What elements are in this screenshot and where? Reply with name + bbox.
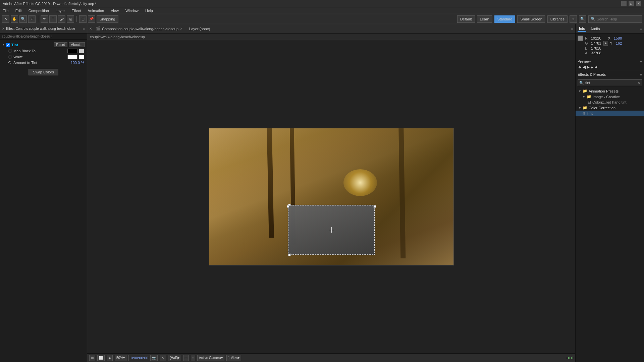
menu-window[interactable]: Window <box>124 8 140 13</box>
pin-tool[interactable]: 📌 <box>88 15 95 23</box>
comp-tab-composition[interactable]: 🎬 Composition couple-walk-along-beach-cl… <box>93 26 185 32</box>
workspace-learn[interactable]: Learn <box>477 15 492 23</box>
effects-search-input[interactable] <box>585 81 636 85</box>
handle-right[interactable] <box>373 205 376 208</box>
play-btn[interactable]: ▶ <box>587 65 590 69</box>
snapshot-btn[interactable]: 📷 <box>150 355 158 361</box>
viewer-time-display[interactable]: 0:00:00:00 <box>131 356 148 360</box>
menu-file[interactable]: File <box>1 8 10 13</box>
brush-tool[interactable]: 🖌 <box>58 15 65 23</box>
comp-panel-menu[interactable]: ≡ <box>571 27 573 31</box>
text-tool[interactable]: T <box>49 15 57 23</box>
right-panel-menu[interactable]: ≡ <box>640 26 642 31</box>
zoom-select[interactable]: 50% ▾ <box>115 355 126 361</box>
shape-tool[interactable]: ◻ <box>79 15 87 23</box>
search-help-input[interactable] <box>597 17 637 21</box>
comp-tab-close[interactable]: ✕ <box>180 27 182 31</box>
comp-tab-layer[interactable]: Layer (none) <box>186 26 213 32</box>
pen-tool[interactable]: ✒ <box>41 15 48 23</box>
resolution-select[interactable]: (Half) ▾ <box>168 355 181 361</box>
snapping-button[interactable]: Snapping <box>97 15 118 23</box>
menu-effect[interactable]: Effect <box>70 8 82 13</box>
workspace-libraries[interactable]: Libraries <box>547 15 568 23</box>
center-crosshair <box>329 227 334 233</box>
viewer-mask-btn[interactable]: ⬜ <box>97 355 105 361</box>
swap-colors-button[interactable]: Swap Colors <box>29 69 58 75</box>
tinted-inset-layer <box>288 205 375 255</box>
composition-header: ✕ 🎬 Composition couple-walk-along-beach-… <box>87 24 575 34</box>
menu-view[interactable]: View <box>109 8 120 13</box>
search-help-box[interactable]: 🔍 <box>588 15 642 23</box>
info-color-row: R 19220 X 1580 G 17781 + Y 162 B 178 <box>578 36 642 56</box>
extend-workspaces-button[interactable]: » <box>570 15 577 23</box>
map-black-to-swatch2[interactable] <box>79 49 84 53</box>
zoom-tool[interactable]: 🔍 <box>19 15 27 23</box>
handle-bottom[interactable] <box>288 253 291 256</box>
radio-black[interactable] <box>8 49 12 53</box>
handle-left[interactable] <box>287 205 289 208</box>
preview-menu-icon[interactable]: ≡ <box>640 59 642 63</box>
workspace-small-screen[interactable]: Small Screen <box>517 15 545 23</box>
effects-panel-menu[interactable]: ≡ <box>640 73 642 76</box>
comp-breadcrumb-text: couple-walk-along-beach-closeup <box>90 35 145 39</box>
toolbar: ↖ ✋ 🔍 ⊕ ✒ T 🖌 ⎘ ◻ 📌 Snapping Default Lea… <box>0 14 644 24</box>
composition-viewer[interactable] <box>87 40 575 353</box>
exposure-btn[interactable]: ☀ <box>160 355 166 361</box>
workspace-standard[interactable]: Standard <box>494 15 516 23</box>
a-label: A <box>585 51 589 55</box>
view-select[interactable]: 1 View ▾ <box>226 355 241 361</box>
viewer-draft-btn[interactable]: ◈ <box>107 355 113 361</box>
prev-frame-btn[interactable]: ◀ <box>583 65 586 69</box>
video-frame <box>209 128 454 265</box>
effects-search-clear[interactable]: ✕ <box>637 81 640 85</box>
about-button[interactable]: About... <box>69 42 85 47</box>
selection-tool[interactable]: ↖ <box>2 15 9 23</box>
roi-btn[interactable]: □ <box>183 355 189 361</box>
workspace-default[interactable]: Default <box>457 15 475 23</box>
minimize-button[interactable]: — <box>621 1 627 6</box>
close-comp-icon[interactable]: ✕ <box>89 27 92 31</box>
reset-button[interactable]: Reset <box>54 42 67 47</box>
menu-animation[interactable]: Animation <box>86 8 105 13</box>
search-icon: 🔍 <box>591 17 595 21</box>
amount-to-tint-value[interactable]: 100.0 % <box>71 61 84 65</box>
camera-orbit-tool[interactable]: ⊕ <box>28 15 36 23</box>
map-white-to-swatch2[interactable] <box>79 55 84 59</box>
panel-menu-icon[interactable]: ≡ <box>83 27 85 31</box>
animation-presets-group[interactable]: ▼ 📁 Animation Presets <box>576 88 644 94</box>
camera-select[interactable]: Active Camera ▾ <box>197 355 224 361</box>
plus-button[interactable]: + <box>603 41 608 46</box>
close-panel-icon[interactable]: ✕ <box>2 27 5 31</box>
r-value: 19220 <box>591 36 601 40</box>
colorize-red-item[interactable]: 🎞 Coloriz..red hand tint <box>576 100 644 105</box>
tint-effect-header[interactable]: ▼ Tint Reset About... <box>0 42 87 48</box>
clone-tool[interactable]: ⎘ <box>67 15 74 23</box>
image-creative-group[interactable]: ▼ 📁 Image - Creative <box>576 94 644 100</box>
transparent-bg-btn[interactable]: ▪ <box>191 355 196 361</box>
map-black-to-swatch[interactable] <box>67 49 77 53</box>
next-frame-btn[interactable]: ▶ <box>591 65 593 69</box>
hand-tool[interactable]: ✋ <box>11 15 18 23</box>
audio-tab[interactable]: Audio <box>589 26 601 32</box>
tint-tree-item[interactable]: ⚙ Tint <box>576 111 644 116</box>
search-toggle-button[interactable]: 🔍 <box>579 15 586 23</box>
effect-breadcrumb: couple-walk-along-beach-closeu › <box>0 34 87 40</box>
effect-controls-tab[interactable]: Effect Controls couple-walk-along-beach-… <box>6 27 75 31</box>
radio-white[interactable] <box>8 55 12 59</box>
effect-enabled-checkbox[interactable] <box>6 43 10 47</box>
menu-edit[interactable]: Edit <box>14 8 23 13</box>
effects-search-box[interactable]: 🔍 ✕ <box>578 79 642 86</box>
close-button[interactable]: ✕ <box>636 1 641 6</box>
maximize-button[interactable]: □ <box>629 1 634 6</box>
goto-start-btn[interactable]: ⏮ <box>578 65 582 69</box>
g-value: 17781 <box>591 41 601 45</box>
menu-layer[interactable]: Layer <box>54 8 66 13</box>
color-correction-group[interactable]: ▼ 📁 Color Correction <box>576 105 644 111</box>
info-tab[interactable]: Info <box>578 26 586 32</box>
goto-end-btn[interactable]: ⏭ <box>594 65 598 69</box>
menu-composition[interactable]: Composition <box>27 8 50 13</box>
map-white-to-swatch[interactable] <box>67 55 77 59</box>
menubar: File Edit Composition Layer Effect Anima… <box>0 7 644 14</box>
viewer-grid-btn[interactable]: ⊞ <box>89 355 95 361</box>
menu-help[interactable]: Help <box>144 8 154 13</box>
